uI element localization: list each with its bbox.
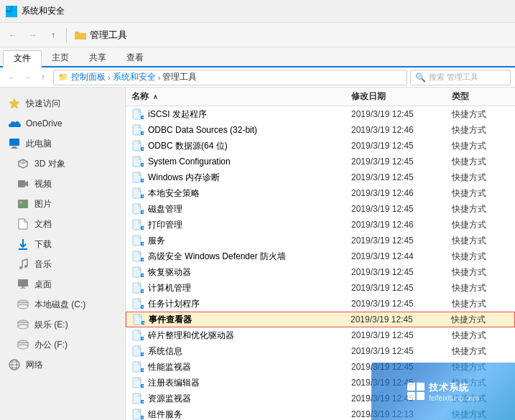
file-date: 2019/3/19 12:45 xyxy=(351,362,452,372)
back-button[interactable]: ← xyxy=(4,27,22,44)
tab-home[interactable]: 主页 xyxy=(42,49,79,66)
file-name: iSCSI 发起程序 xyxy=(148,108,351,121)
svg-rect-47 xyxy=(133,157,141,167)
table-row[interactable]: S 碎片整理和优化驱动器2019/3/19 12:45快捷方式 xyxy=(126,327,515,343)
col-type-header[interactable]: 类型 xyxy=(452,90,509,103)
svg-rect-44 xyxy=(133,141,141,151)
table-row[interactable]: S 组件服务2019/3/19 12:13快捷方式 xyxy=(126,406,515,420)
sidebar-download-label: 下载 xyxy=(34,238,52,251)
tab-file[interactable]: 文件 xyxy=(3,50,42,67)
sidebar-item-videos[interactable]: 视频 xyxy=(0,174,125,194)
file-type: 快捷方式 xyxy=(452,361,509,373)
file-name: ODBC 数据源(64 位) xyxy=(148,140,351,152)
file-type: 快捷方式 xyxy=(452,156,509,168)
table-row[interactable]: S ODBC 数据源(64 位)2019/3/19 12:45快捷方式 xyxy=(126,138,515,154)
search-icon: 🔍 xyxy=(415,73,426,83)
addr-forward[interactable]: → xyxy=(20,70,34,85)
table-row[interactable]: S 任务计划程序2019/3/19 12:45快捷方式 xyxy=(126,296,515,312)
table-row[interactable]: S 系统信息2019/3/19 12:45快捷方式 xyxy=(126,343,515,359)
sidebar-item-3d-objects[interactable]: 3D 对象 xyxy=(0,154,125,174)
table-row[interactable]: S 恢复驱动器2019/3/19 12:45快捷方式 xyxy=(126,264,515,280)
sidebar-entertain-label: 娱乐 (E:) xyxy=(34,319,68,331)
forward-button[interactable]: → xyxy=(24,27,42,44)
table-row[interactable]: S 事件查看器2019/3/19 12:45快捷方式 xyxy=(126,312,515,327)
file-date: 2019/3/19 12:44 xyxy=(351,251,452,261)
breadcrumb-control-panel[interactable]: 控制面板 xyxy=(71,71,106,83)
svg-text:S: S xyxy=(141,116,144,119)
sidebar-item-quick-access[interactable]: 快速访问 xyxy=(0,93,125,113)
svg-text:S: S xyxy=(141,179,144,182)
tab-share[interactable]: 共享 xyxy=(79,49,116,66)
table-row[interactable]: S 性能监视器2019/3/19 12:45快捷方式 xyxy=(126,359,515,375)
search-box[interactable]: 🔍 搜索 管理工具 xyxy=(410,70,511,85)
table-row[interactable]: S 本地安全策略2019/3/19 12:46快捷方式 xyxy=(126,185,515,201)
main-content: 快速访问 OneDrive 此电脑 xyxy=(0,88,515,420)
table-row[interactable]: S 注册表编辑器2019/3/19 12:45快捷方式 xyxy=(126,375,515,391)
sidebar-this-pc-label: 此电脑 xyxy=(26,138,52,150)
file-type: 快捷方式 xyxy=(452,409,509,421)
file-date: 2019/3/19 12:45 xyxy=(351,109,452,119)
sidebar-item-entertain-e[interactable]: 娱乐 (E:) xyxy=(0,314,125,335)
col-name-header[interactable]: 名称 ∧ xyxy=(131,90,351,103)
file-type: 快捷方式 xyxy=(452,282,509,294)
table-row[interactable]: S Windows 内存诊断2019/3/19 12:45快捷方式 xyxy=(126,169,515,185)
svg-rect-65 xyxy=(133,251,141,261)
file-name: 事件查看器 xyxy=(149,314,351,326)
file-date: 2019/3/19 12:46 xyxy=(351,188,452,198)
sidebar-item-local-c[interactable]: 本地磁盘 (C:) xyxy=(0,294,125,314)
svg-text:S: S xyxy=(141,131,144,135)
breadcrumb-system-security[interactable]: 系统和安全 xyxy=(113,71,156,83)
sidebar-item-music[interactable]: 音乐 xyxy=(0,254,125,274)
table-row[interactable]: S 磁盘管理2019/3/19 12:45快捷方式 xyxy=(126,201,515,217)
file-type: 快捷方式 xyxy=(452,345,509,358)
addr-up[interactable]: ↑ xyxy=(36,70,50,85)
video-icon xyxy=(16,177,30,191)
svg-text:S: S xyxy=(141,163,144,167)
up-button[interactable]: ↑ xyxy=(45,27,62,44)
window-icon xyxy=(6,6,17,17)
sidebar-item-documents[interactable]: 文档 xyxy=(0,214,125,234)
table-row[interactable]: S 打印管理2019/3/19 12:46快捷方式 xyxy=(126,217,515,233)
svg-text:S: S xyxy=(141,258,144,261)
svg-rect-92 xyxy=(133,393,141,403)
breadcrumb-sep-2: › xyxy=(158,73,161,82)
svg-rect-56 xyxy=(133,204,141,214)
file-date: 2019/3/19 12:46 xyxy=(351,125,452,135)
file-name: 计算机管理 xyxy=(148,282,351,294)
col-date-header[interactable]: 修改日期 xyxy=(351,90,452,103)
file-date: 2019/3/19 12:45 xyxy=(351,346,452,356)
computer-icon xyxy=(7,136,22,151)
download-icon xyxy=(16,237,30,251)
music-icon xyxy=(16,257,30,271)
file-date: 2019/3/19 12:45 xyxy=(351,378,452,388)
sidebar-item-pictures[interactable]: 图片 xyxy=(0,194,125,214)
table-row[interactable]: S 服务2019/3/19 12:45快捷方式 xyxy=(126,233,515,248)
file-date: 2019/3/19 12:45 xyxy=(351,267,452,277)
table-row[interactable]: S System Configuration2019/3/19 12:45快捷方… xyxy=(126,154,515,169)
file-icon: S xyxy=(131,234,144,247)
addr-back[interactable]: ← xyxy=(4,70,19,85)
svg-text:S: S xyxy=(141,416,144,419)
tab-view[interactable]: 查看 xyxy=(116,49,154,66)
svg-rect-3 xyxy=(12,12,17,17)
toolbar-label: 管理工具 xyxy=(74,29,127,42)
table-row[interactable]: S 资源监视器2019/3/19 12:45快捷方式 xyxy=(126,391,515,406)
file-icon: S xyxy=(131,187,144,200)
svg-rect-50 xyxy=(133,172,141,182)
sidebar-item-office-f[interactable]: 办公 (F:) xyxy=(0,335,125,355)
sidebar-item-onedrive[interactable]: OneDrive xyxy=(0,113,125,134)
svg-text:S: S xyxy=(141,400,144,403)
table-row[interactable]: S ODBC Data Sources (32-bit)2019/3/19 12… xyxy=(126,122,515,138)
table-row[interactable]: S 高级安全 Windows Defender 防火墙2019/3/19 12:… xyxy=(126,248,515,264)
table-row[interactable]: S 计算机管理2019/3/19 12:45快捷方式 xyxy=(126,280,515,296)
file-date: 2019/3/19 12:45 xyxy=(351,157,452,167)
table-row[interactable]: S iSCSI 发起程序2019/3/19 12:45快捷方式 xyxy=(126,106,515,122)
sidebar-item-this-pc[interactable]: 此电脑 xyxy=(0,134,125,154)
sidebar-item-desktop[interactable]: 桌面 xyxy=(0,274,125,294)
svg-rect-80 xyxy=(133,330,141,340)
title-bar: 系统和安全 xyxy=(0,0,515,23)
file-name: 打印管理 xyxy=(148,219,351,231)
sidebar-item-downloads[interactable]: 下载 xyxy=(0,234,125,254)
sidebar-item-network[interactable]: 网络 xyxy=(0,355,125,375)
breadcrumb[interactable]: 📁 控制面板 › 系统和安全 › 管理工具 xyxy=(53,70,407,85)
